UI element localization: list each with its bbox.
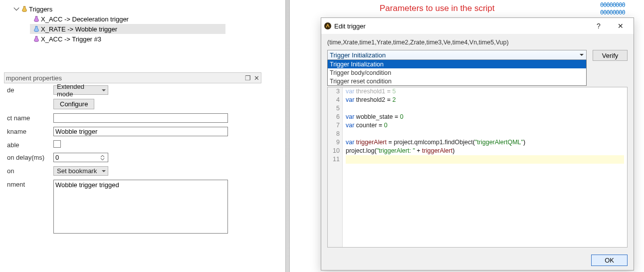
tree-item-label: X_ACC -> Trigger #3 [41,35,101,43]
code-editor[interactable]: 34567891011 var threshold1 = 5var thresh… [327,87,628,248]
spin-arrows-icon[interactable] [99,155,106,161]
label-object-name: ct name [7,113,49,122]
flask-icon [32,35,41,42]
section-dropdown-list: Trigger Initialization Trigger body/cond… [327,60,587,86]
params-signature: (time,Xrate,time1,Yrate,time2,Zrate,time… [327,39,628,46]
properties-form: de Extended mode Configure ct name kname… [4,83,261,236]
tree-view: Triggers X_ACC -> Deceleration trigger X… [11,4,225,44]
enable-checkbox[interactable] [53,140,61,148]
tree-item-label: X_RATE -> Wobble trigger [41,25,117,33]
edit-trigger-dialog: Edit trigger ? ✕ (time,Xrate,time1,Yrate… [321,17,634,271]
configure-button[interactable]: Configure [53,99,94,109]
dialog-title: Edit trigger [332,22,588,30]
app-icon [323,22,332,30]
tree-item[interactable]: X_ACC -> Deceleration trigger [30,14,225,24]
help-button[interactable]: ? [588,22,610,30]
flask-folder-icon [20,5,29,12]
dropdown-option[interactable]: Trigger reset condition [328,77,586,85]
flask-icon [32,15,41,22]
object-name-input[interactable] [53,113,228,123]
label-enable: able [7,140,49,149]
comment-textarea[interactable]: Wobble trigger trigged [53,180,228,234]
close-button[interactable]: ✕ [610,22,632,30]
close-icon[interactable]: ✕ [254,74,259,82]
dropdown-option[interactable]: Trigger Initialization [328,60,586,68]
pane-title: mponent properties [6,74,62,82]
svg-point-0 [324,22,331,29]
hex-deco: 00000000 [600,1,625,8]
label-nickname: kname [7,127,49,135]
tree-item[interactable]: X_ACC -> Trigger #3 [30,34,225,44]
annotation-parameters: Parameters to use in the script [380,3,495,13]
tree-item[interactable]: X_RATE -> Wobble trigger [30,24,225,34]
action-select[interactable]: Set bookmark [53,166,108,176]
verify-button[interactable]: Verify [593,50,628,61]
code-area[interactable]: var threshold1 = 5var threshold2 = 2 var… [343,87,627,247]
section-dropdown[interactable]: Trigger Initialization [327,50,587,60]
label-delay: on delay(ms) [7,153,49,161]
ok-button[interactable]: OK [591,255,628,266]
tree-root-label: Triggers [29,5,52,13]
line-gutter: 34567891011 [328,87,343,247]
nickname-input[interactable] [53,127,228,136]
delay-value: 0 [55,154,59,161]
chevron-down-icon[interactable] [13,5,20,12]
dialog-titlebar[interactable]: Edit trigger ? ✕ [321,18,634,34]
hex-deco: 00000000 [600,9,625,16]
undock-icon[interactable]: ❐ [245,74,251,82]
label-action: on [7,166,49,175]
vertical-splitter[interactable] [285,0,290,272]
tree-item-label: X_ACC -> Deceleration trigger [41,15,129,23]
dropdown-option[interactable]: Trigger body/condition [328,68,586,77]
label-comment: nment [7,180,49,188]
mode-select[interactable]: Extended mode [53,85,108,95]
properties-pane-header: mponent properties ❐ ✕ [4,72,261,83]
flask-icon [32,25,41,32]
label-mode: de [7,85,49,94]
tree-root[interactable]: Triggers [11,4,225,14]
delay-spinbox[interactable]: 0 [53,153,108,162]
